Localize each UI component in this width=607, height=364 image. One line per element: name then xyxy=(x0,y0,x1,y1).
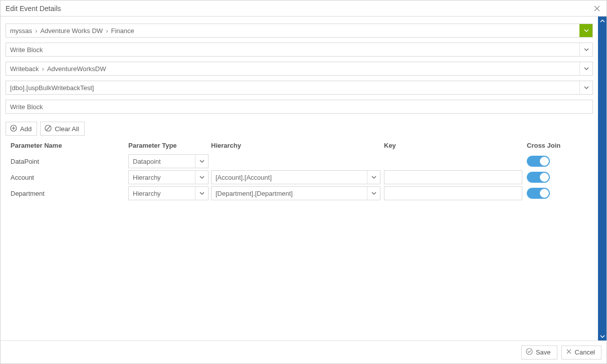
cube-selector-dropdown[interactable] xyxy=(579,24,592,37)
clear-all-button-label: Clear All xyxy=(55,125,79,133)
close-icon[interactable] xyxy=(592,4,601,13)
grid-header: Parameter Name Parameter Type Hierarchy … xyxy=(6,141,593,150)
vertical-scrollbar[interactable] xyxy=(598,17,606,340)
chevron-down-icon[interactable] xyxy=(579,62,592,75)
col-header-parameter-name: Parameter Name xyxy=(11,141,128,150)
hierarchy-value: [Department].[Department] xyxy=(212,190,367,197)
svg-point-7 xyxy=(526,348,532,354)
parameter-row: DataPoint Datapoint xyxy=(6,153,593,169)
breadcrumb-part: Adventure Works DW xyxy=(40,27,103,35)
breadcrumb-part: myssas xyxy=(10,27,32,35)
parameter-type-value: Hierarchy xyxy=(129,190,195,197)
event-name-input[interactable]: Write Block xyxy=(6,100,593,114)
chevron-down-icon[interactable] xyxy=(195,171,208,184)
cross-join-toggle[interactable] xyxy=(527,172,550,183)
check-circle-icon xyxy=(526,348,533,356)
col-header-key: Key xyxy=(384,141,527,150)
chevron-down-icon[interactable] xyxy=(367,171,380,184)
breadcrumb: myssas › Adventure Works DW › Finance xyxy=(6,27,579,35)
chevron-down-icon[interactable] xyxy=(579,43,592,56)
titlebar: Edit Event Details xyxy=(1,1,606,17)
connection-breadcrumb: Writeback › AdventureWorksDW xyxy=(6,65,579,73)
breadcrumb-part: Writeback xyxy=(10,65,39,73)
window-title: Edit Event Details xyxy=(6,5,61,13)
parameter-name: Account xyxy=(11,174,128,181)
cross-join-toggle[interactable] xyxy=(527,188,550,199)
parameter-name: DataPoint xyxy=(11,158,128,165)
parameter-toolbar: Add Clear All xyxy=(6,122,593,136)
save-button[interactable]: Save xyxy=(521,345,557,359)
connection-selector[interactable]: Writeback › AdventureWorksDW xyxy=(6,62,593,76)
parameter-type-select[interactable]: Hierarchy xyxy=(128,170,209,184)
breadcrumb-part: Finance xyxy=(111,27,134,35)
cancel-button-label: Cancel xyxy=(575,348,595,356)
hierarchy-value: [Account].[Account] xyxy=(212,174,367,181)
chevron-right-icon: › xyxy=(35,27,37,35)
col-header-parameter-type: Parameter Type xyxy=(128,141,211,150)
clear-icon xyxy=(45,125,52,133)
hierarchy-select[interactable]: [Account].[Account] xyxy=(211,170,380,184)
parameter-type-select[interactable]: Datapoint xyxy=(128,154,209,168)
event-type-selector[interactable]: Write Block xyxy=(6,43,593,57)
chevron-down-icon[interactable] xyxy=(579,81,592,94)
parameter-name: Department xyxy=(11,190,128,197)
chevron-down-icon[interactable] xyxy=(367,187,380,200)
chevron-right-icon: › xyxy=(106,27,108,35)
parameter-type-select[interactable]: Hierarchy xyxy=(128,186,209,200)
scroll-up-icon[interactable] xyxy=(598,17,606,25)
cancel-button[interactable]: Cancel xyxy=(561,345,601,359)
chevron-down-icon[interactable] xyxy=(195,155,208,168)
key-input[interactable] xyxy=(384,186,522,200)
parameter-type-value: Datapoint xyxy=(129,158,195,165)
scroll-down-icon[interactable] xyxy=(598,332,606,340)
procedure-value: [dbo].[uspBulkWritebackTest] xyxy=(6,84,579,92)
key-input[interactable] xyxy=(384,170,522,184)
col-header-cross-join: Cross Join xyxy=(527,141,587,150)
col-header-hierarchy: Hierarchy xyxy=(211,141,384,150)
x-icon xyxy=(566,348,572,356)
edit-event-window: Edit Event Details myssas › Adventure Wo… xyxy=(0,0,607,364)
procedure-selector[interactable]: [dbo].[uspBulkWritebackTest] xyxy=(6,81,593,95)
event-type-value: Write Block xyxy=(6,46,579,54)
add-button-label: Add xyxy=(20,125,32,133)
svg-line-6 xyxy=(47,126,50,130)
parameter-row: Account Hierarchy [Account].[Account] xyxy=(6,169,593,185)
chevron-right-icon: › xyxy=(42,65,44,73)
cube-selector[interactable]: myssas › Adventure Works DW › Finance xyxy=(6,24,593,38)
add-button[interactable]: Add xyxy=(6,122,37,136)
parameter-type-value: Hierarchy xyxy=(129,174,195,181)
footer: Save Cancel xyxy=(1,340,606,363)
parameter-row: Department Hierarchy [Department].[Depar… xyxy=(6,185,593,201)
cross-join-toggle[interactable] xyxy=(527,156,550,167)
event-name-value: Write Block xyxy=(10,103,43,111)
save-button-label: Save xyxy=(536,348,551,356)
chevron-down-icon[interactable] xyxy=(195,187,208,200)
parameters-grid: Parameter Name Parameter Type Hierarchy … xyxy=(6,141,593,201)
hierarchy-select[interactable]: [Department].[Department] xyxy=(211,186,380,200)
plus-circle-icon xyxy=(10,125,17,133)
breadcrumb-part: AdventureWorksDW xyxy=(47,65,106,73)
clear-all-button[interactable]: Clear All xyxy=(40,122,84,136)
